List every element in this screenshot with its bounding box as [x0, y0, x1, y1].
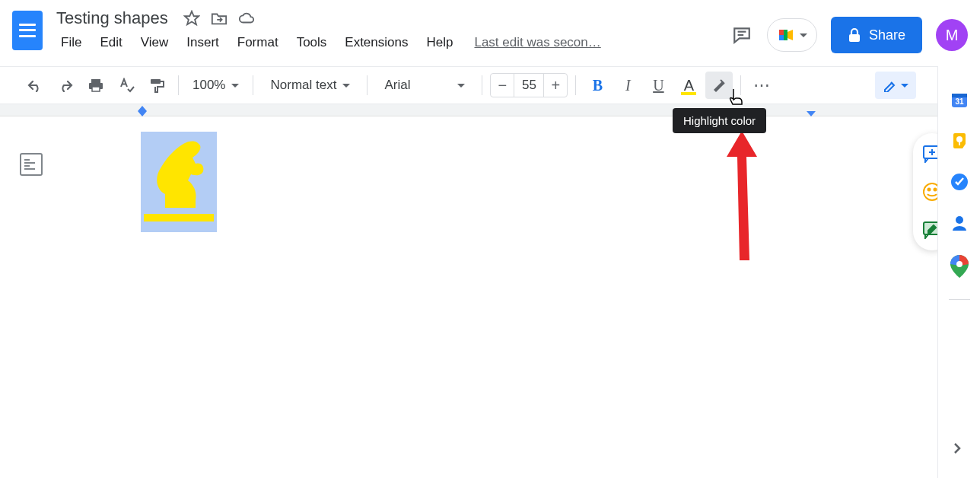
show-side-panel-button[interactable]	[950, 441, 969, 460]
svg-rect-11	[151, 79, 161, 84]
toolbar: 100% Normal text Arial − 55 + B I U A ⋯	[0, 66, 980, 104]
side-panel: 31	[937, 66, 980, 478]
meet-button[interactable]	[767, 18, 817, 52]
svg-point-17	[934, 189, 937, 191]
menu-extensions[interactable]: Extensions	[336, 32, 417, 53]
chevron-down-icon	[901, 84, 908, 88]
paint-format-button[interactable]	[143, 72, 170, 99]
app-header: Testing shapes File Edit View Insert For…	[0, 0, 980, 66]
more-toolbar-button[interactable]: ⋯	[749, 72, 776, 99]
editing-mode-button[interactable]	[875, 72, 916, 99]
font-size-control: − 55 +	[490, 73, 568, 97]
svg-rect-7	[849, 34, 860, 42]
tooltip-highlight-color: Highlight color	[673, 108, 766, 133]
svg-point-26	[956, 216, 963, 224]
highlight-color-button[interactable]	[705, 72, 733, 99]
docs-logo-icon[interactable]	[12, 11, 43, 50]
document-title[interactable]: Testing shapes	[52, 7, 173, 30]
menu-help[interactable]: Help	[417, 32, 462, 53]
font-size-decrease[interactable]: −	[491, 77, 514, 94]
cloud-status-icon[interactable]	[238, 10, 255, 27]
print-button[interactable]	[82, 72, 110, 99]
svg-rect-24	[959, 142, 960, 145]
selected-image[interactable]	[141, 132, 217, 232]
knight-shape-icon	[150, 138, 208, 209]
svg-point-27	[956, 261, 963, 267]
move-folder-icon[interactable]	[211, 10, 228, 27]
account-avatar[interactable]: M	[936, 19, 968, 51]
spellcheck-button[interactable]	[113, 72, 140, 99]
maps-icon[interactable]	[950, 255, 969, 273]
font-size-increase[interactable]: +	[544, 77, 567, 94]
share-button[interactable]: Share	[831, 17, 922, 53]
meet-icon	[777, 26, 795, 44]
svg-rect-10	[92, 87, 100, 91]
italic-button[interactable]: I	[614, 72, 641, 99]
text-color-button[interactable]: A	[675, 72, 702, 99]
svg-marker-0	[185, 11, 199, 24]
menu-file[interactable]: File	[52, 32, 91, 53]
redo-button[interactable]	[52, 72, 79, 99]
document-outline-button[interactable]	[20, 153, 43, 176]
menubar: File Edit View Insert Format Tools Exten…	[52, 30, 730, 55]
paragraph-style-select[interactable]: Normal text	[261, 72, 359, 99]
menu-view[interactable]: View	[132, 32, 178, 53]
tasks-icon[interactable]	[950, 173, 969, 191]
svg-rect-5	[779, 30, 784, 35]
horizontal-ruler[interactable]	[0, 104, 980, 116]
svg-rect-6	[779, 35, 784, 40]
lock-icon	[848, 27, 861, 43]
comments-history-icon[interactable]	[730, 24, 753, 46]
undo-button[interactable]	[21, 72, 49, 99]
svg-rect-8	[91, 79, 100, 83]
font-family-select[interactable]: Arial	[375, 72, 474, 99]
document-canvas[interactable]	[0, 116, 980, 474]
menu-tools[interactable]: Tools	[288, 32, 336, 53]
contacts-icon[interactable]	[950, 214, 969, 232]
chevron-down-icon	[800, 33, 807, 37]
svg-point-23	[956, 136, 963, 142]
svg-text:31: 31	[955, 97, 964, 106]
menu-insert[interactable]: Insert	[177, 32, 228, 53]
calendar-icon[interactable]: 31	[950, 91, 969, 109]
svg-point-16	[928, 189, 931, 191]
menu-edit[interactable]: Edit	[91, 32, 131, 53]
highlighter-icon	[711, 78, 727, 93]
zoom-select[interactable]: 100%	[186, 72, 245, 99]
bold-button[interactable]: B	[584, 72, 611, 99]
menu-format[interactable]: Format	[228, 32, 288, 53]
underline-button[interactable]: U	[644, 72, 672, 99]
font-size-input[interactable]: 55	[514, 74, 544, 97]
share-label: Share	[869, 27, 905, 43]
star-icon[interactable]	[183, 10, 200, 27]
keep-icon[interactable]	[950, 132, 969, 150]
last-edit-link[interactable]: Last edit was secon…	[474, 35, 600, 50]
pencil-icon	[883, 78, 896, 92]
svg-marker-4	[788, 30, 793, 40]
yellow-underline-shape	[144, 214, 214, 221]
